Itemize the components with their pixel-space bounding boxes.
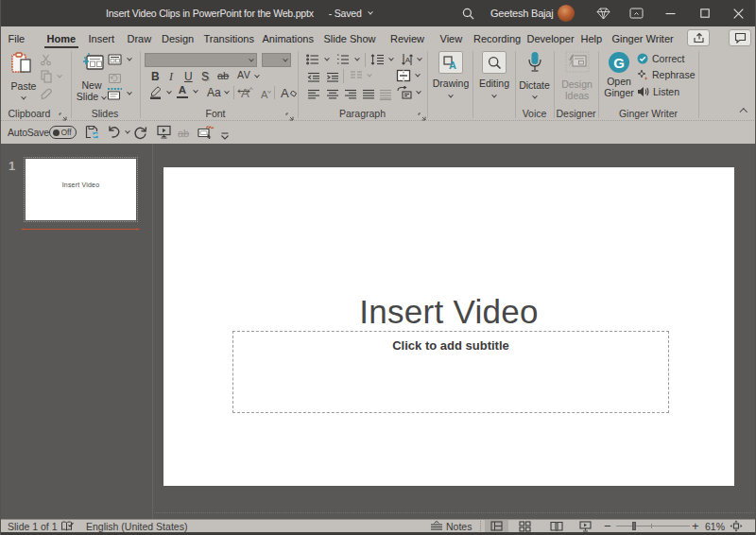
font-size-combobox[interactable] bbox=[262, 53, 291, 67]
comments-button[interactable] bbox=[729, 29, 751, 46]
columns-button[interactable] bbox=[350, 70, 372, 81]
slide-counter[interactable]: Slide 1 of 1 bbox=[8, 520, 58, 532]
section-button[interactable] bbox=[107, 87, 132, 100]
ginger-correct-button[interactable]: Correct bbox=[637, 53, 684, 64]
zoom-slider-thumb[interactable] bbox=[632, 522, 636, 530]
tab-view[interactable]: View bbox=[440, 29, 463, 47]
tab-recording[interactable]: Recording bbox=[473, 29, 521, 47]
paste-button[interactable]: Paste bbox=[9, 52, 38, 109]
start-slideshow-button[interactable] bbox=[157, 125, 171, 143]
zoom-level[interactable]: 61% bbox=[705, 520, 725, 532]
slide-title[interactable]: Insert Video bbox=[163, 293, 734, 331]
text-direction-button[interactable]: A bbox=[401, 53, 422, 66]
language-status[interactable]: English (United States) bbox=[86, 520, 187, 532]
text-shadow-button[interactable]: S bbox=[201, 70, 209, 83]
document-title-group[interactable]: Insert Video Clips in PowerPoint for the… bbox=[106, 0, 374, 26]
strikethrough-qat-button[interactable]: ab bbox=[178, 128, 189, 139]
subtitle-placeholder[interactable]: Click to add subtitle bbox=[232, 331, 669, 413]
thumbnail-panel-splitter[interactable] bbox=[152, 144, 153, 519]
distributed-button[interactable] bbox=[379, 87, 392, 104]
title-dropdown-icon[interactable] bbox=[368, 10, 374, 17]
dictate-button[interactable]: Dictate bbox=[515, 51, 554, 100]
zoom-out-button[interactable]: − bbox=[604, 520, 611, 532]
align-left-button[interactable] bbox=[307, 87, 320, 104]
gem-menu-button[interactable] bbox=[589, 0, 617, 26]
tab-file[interactable]: File bbox=[9, 29, 26, 47]
tab-slide-show[interactable]: Slide Show bbox=[324, 29, 376, 47]
tab-review[interactable]: Review bbox=[390, 29, 424, 47]
font-color-button[interactable]: A bbox=[177, 85, 198, 98]
ginger-rephrase-button[interactable]: Rephrase bbox=[637, 69, 696, 80]
decrease-font-size-button[interactable]: A^ bbox=[261, 85, 271, 102]
fit-slide-button[interactable] bbox=[730, 520, 743, 532]
reading-view-button[interactable] bbox=[550, 520, 563, 532]
strikethrough-button[interactable]: ab bbox=[217, 70, 229, 81]
close-button[interactable] bbox=[724, 0, 752, 26]
zoom-in-button[interactable]: + bbox=[692, 520, 699, 532]
open-ginger-button[interactable]: G Open Ginger bbox=[602, 52, 636, 98]
account-avatar[interactable] bbox=[558, 5, 575, 22]
editing-button[interactable]: Editing bbox=[474, 51, 514, 99]
tab-design[interactable]: Design bbox=[162, 29, 194, 47]
zoom-slider-track[interactable] bbox=[616, 526, 690, 526]
bold-button[interactable]: B bbox=[151, 70, 160, 83]
design-ideas-button[interactable]: Design Ideas bbox=[558, 51, 596, 101]
spell-check-button[interactable] bbox=[60, 520, 74, 532]
tab-help[interactable]: Help bbox=[581, 29, 603, 47]
align-center-button[interactable] bbox=[326, 87, 339, 104]
font-name-combobox[interactable] bbox=[145, 53, 257, 67]
increase-font-size-button[interactable]: A^ bbox=[241, 84, 252, 101]
search-button[interactable] bbox=[454, 0, 482, 26]
maximize-button[interactable] bbox=[691, 0, 719, 26]
format-painter-button[interactable] bbox=[40, 87, 53, 104]
autosave-toggle[interactable]: Off bbox=[49, 126, 77, 139]
clipboard-dialog-launcher[interactable] bbox=[59, 108, 68, 117]
customize-qat-button[interactable] bbox=[220, 128, 230, 145]
account-name[interactable]: Geetesh Bajaj bbox=[490, 0, 554, 26]
underline-button[interactable]: U bbox=[184, 70, 193, 83]
new-slide-button[interactable]: New Slide bbox=[76, 52, 108, 109]
increase-indent-button[interactable] bbox=[326, 70, 339, 87]
paragraph-dialog-launcher[interactable] bbox=[418, 108, 427, 117]
change-case-button[interactable]: Aa bbox=[207, 86, 231, 99]
tab-insert[interactable]: Insert bbox=[89, 29, 115, 47]
minimize-button[interactable] bbox=[656, 0, 684, 26]
slide-thumbnail[interactable]: Insert Video bbox=[26, 159, 136, 220]
cut-button[interactable] bbox=[40, 53, 52, 70]
font-dialog-launcher[interactable] bbox=[285, 108, 295, 117]
decrease-indent-button[interactable] bbox=[307, 70, 320, 87]
slide-canvas[interactable]: Insert Video Click to add subtitle bbox=[163, 167, 734, 486]
tab-developer[interactable]: Developer bbox=[527, 29, 575, 47]
slide-sorter-view-button[interactable] bbox=[519, 520, 531, 532]
touch-mouse-mode-button[interactable] bbox=[198, 125, 215, 143]
highlight-color-button[interactable] bbox=[148, 85, 172, 99]
align-text-button[interactable] bbox=[396, 69, 421, 82]
notes-button[interactable]: Notes bbox=[430, 520, 472, 532]
ginger-listen-button[interactable]: Listen bbox=[637, 86, 679, 97]
italic-button[interactable]: I bbox=[169, 70, 173, 84]
ribbon-display-options-button[interactable] bbox=[622, 0, 650, 26]
tab-animations[interactable]: Animations bbox=[263, 29, 314, 47]
share-button[interactable] bbox=[687, 29, 710, 46]
copy-button[interactable] bbox=[41, 70, 62, 83]
layout-button[interactable] bbox=[108, 54, 132, 65]
tab-draw[interactable]: Draw bbox=[128, 29, 152, 47]
numbering-button[interactable] bbox=[336, 54, 360, 65]
tab-ginger-writer[interactable]: Ginger Writer bbox=[612, 29, 674, 47]
convert-smartart-button[interactable] bbox=[397, 86, 421, 99]
tab-transitions[interactable]: Transitions bbox=[204, 29, 254, 47]
save-button[interactable] bbox=[85, 125, 100, 143]
justify-button[interactable] bbox=[362, 87, 375, 104]
collapse-ribbon-button[interactable] bbox=[740, 109, 747, 115]
redo-button[interactable] bbox=[133, 125, 148, 144]
clear-formatting-button[interactable]: A bbox=[281, 84, 297, 101]
normal-view-button[interactable] bbox=[485, 520, 508, 532]
line-spacing-button[interactable] bbox=[370, 54, 394, 65]
notes-pane-splitter[interactable] bbox=[154, 512, 756, 513]
drawing-button[interactable]: A Drawing bbox=[431, 51, 471, 99]
tab-home[interactable]: Home bbox=[47, 29, 77, 47]
bullets-button[interactable] bbox=[306, 54, 330, 65]
reset-button[interactable] bbox=[108, 71, 122, 88]
align-right-button[interactable] bbox=[344, 87, 357, 104]
undo-button[interactable] bbox=[107, 125, 130, 139]
